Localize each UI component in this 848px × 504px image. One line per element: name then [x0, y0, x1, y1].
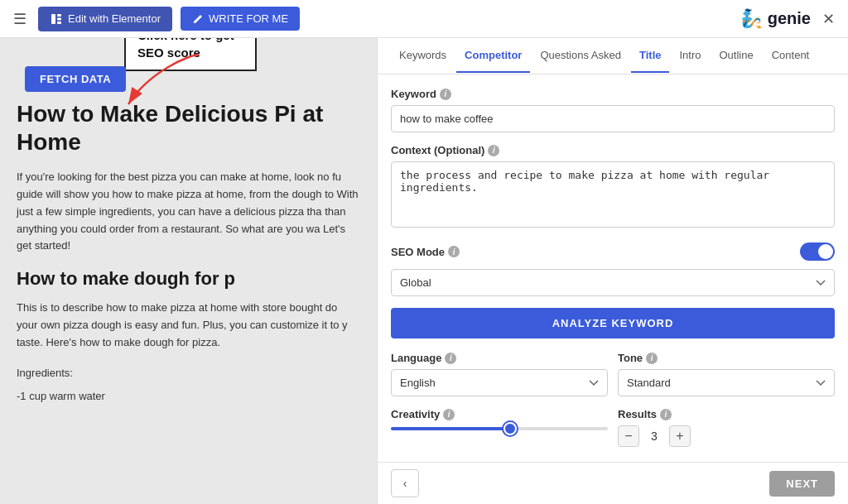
svg-rect-3: [57, 22, 61, 24]
language-select[interactable]: English: [391, 369, 608, 396]
fetch-data-button[interactable]: FETCH DATA: [25, 66, 126, 92]
language-label: Language i: [391, 352, 608, 364]
results-stepper: − 3 +: [618, 425, 835, 447]
elementor-btn-label: Edit with Elementor: [68, 12, 161, 25]
creativity-slider-track[interactable]: [391, 427, 608, 430]
tab-title[interactable]: Title: [631, 39, 670, 73]
next-button[interactable]: NEXT: [769, 471, 835, 497]
logo-icon: 🧞: [740, 8, 763, 30]
keyword-info-icon[interactable]: i: [440, 89, 451, 100]
seo-mode-toggle[interactable]: [800, 242, 835, 261]
intro-paragraph: If you're looking for the best pizza you…: [17, 169, 360, 255]
close-icon: ✕: [822, 11, 835, 27]
ingredient-item: -1 cup warm water: [17, 388, 360, 406]
seo-mode-label: SEO Mode i: [391, 246, 460, 258]
tabs-bar: Keywords Competitor Questions Asked Titl…: [378, 38, 848, 74]
prev-button[interactable]: ‹: [391, 469, 419, 497]
tab-outline[interactable]: Outline: [711, 39, 762, 73]
hamburger-button[interactable]: ☰: [10, 7, 30, 31]
tab-questions[interactable]: Questions Asked: [532, 39, 629, 73]
tone-info-icon[interactable]: i: [646, 353, 658, 364]
language-info-icon[interactable]: i: [445, 353, 456, 364]
context-input[interactable]: the process and recipe to make pizza at …: [391, 161, 835, 228]
right-panel: Keywords Competitor Questions Asked Titl…: [377, 38, 848, 504]
results-value: 3: [646, 430, 662, 443]
toolbar: ☰ Edit with Elementor WRITE FOR ME 🧞 gen…: [0, 0, 848, 38]
results-decrement-button[interactable]: −: [618, 425, 639, 447]
tab-intro[interactable]: Intro: [671, 39, 709, 73]
language-group: Language i English: [391, 352, 608, 396]
seo-tooltip: Click here to get SEO score: [124, 38, 257, 71]
hamburger-icon: ☰: [13, 11, 26, 27]
tab-content[interactable]: Content: [764, 39, 818, 73]
close-button[interactable]: ✕: [819, 7, 838, 31]
creativity-label: Creativity i: [391, 408, 608, 420]
fetch-area: FETCH DATA Click here to get SEO score: [17, 58, 360, 92]
results-info-icon[interactable]: i: [660, 409, 672, 420]
tab-competitor[interactable]: Competitor: [456, 39, 530, 73]
ingredients-label: Ingredients:: [17, 365, 360, 382]
tab-keywords[interactable]: Keywords: [391, 39, 455, 73]
results-increment-button[interactable]: +: [669, 425, 691, 447]
tone-label: Tone i: [618, 352, 835, 364]
creativity-info-icon[interactable]: i: [443, 409, 455, 420]
write-btn-label: WRITE FOR ME: [209, 12, 288, 25]
panel-content: Keyword i Context (Optional) i the proce…: [378, 74, 848, 462]
results-group: Results i − 3 +: [618, 408, 835, 447]
language-tone-row: Language i English Tone i Standard: [391, 352, 835, 396]
seo-tooltip-text: Click here to get SEO score: [137, 38, 234, 60]
results-label: Results i: [618, 408, 835, 420]
tone-select[interactable]: Standard: [618, 369, 835, 396]
tone-group: Tone i Standard: [618, 352, 835, 396]
logo-text: genie: [768, 9, 811, 28]
creativity-results-row: Creativity i Results i − 3: [391, 408, 835, 447]
content-panel: FETCH DATA Click here to get SEO score H…: [0, 38, 377, 504]
svg-rect-0: [51, 14, 55, 24]
elementor-button[interactable]: Edit with Elementor: [38, 7, 172, 31]
creativity-slider-thumb[interactable]: [504, 422, 517, 435]
elementor-icon: [50, 12, 63, 26]
write-for-me-button[interactable]: WRITE FOR ME: [181, 7, 300, 31]
write-icon: [192, 13, 204, 25]
logo: 🧞 genie: [740, 8, 811, 30]
creativity-group: Creativity i: [391, 408, 608, 435]
main-layout: FETCH DATA Click here to get SEO score H…: [0, 38, 848, 504]
svg-rect-1: [57, 14, 61, 17]
main-heading: How to Make Delicious Pi at Home: [17, 100, 360, 156]
keyword-field-group: Keyword i: [391, 88, 835, 144]
keyword-label: Keyword i: [391, 88, 835, 100]
bottom-nav: ‹ NEXT: [378, 462, 848, 504]
sub-heading: How to make dough for p: [17, 268, 360, 290]
dough-paragraph: This is to describe how to make pizza at…: [17, 300, 360, 351]
prev-icon: ‹: [403, 477, 407, 490]
seo-mode-row: SEO Mode i: [391, 242, 835, 261]
creativity-slider-fill: [391, 427, 510, 430]
keyword-input[interactable]: [391, 105, 835, 132]
context-info-icon[interactable]: i: [488, 145, 499, 156]
context-field-group: Context (Optional) i the process and rec…: [391, 144, 835, 242]
analyze-keyword-button[interactable]: ANALYZE KEYWORD: [391, 308, 835, 338]
seo-mode-info-icon[interactable]: i: [448, 246, 460, 257]
context-label: Context (Optional) i: [391, 144, 835, 156]
global-select[interactable]: Global: [391, 269, 835, 296]
svg-rect-2: [57, 17, 61, 20]
